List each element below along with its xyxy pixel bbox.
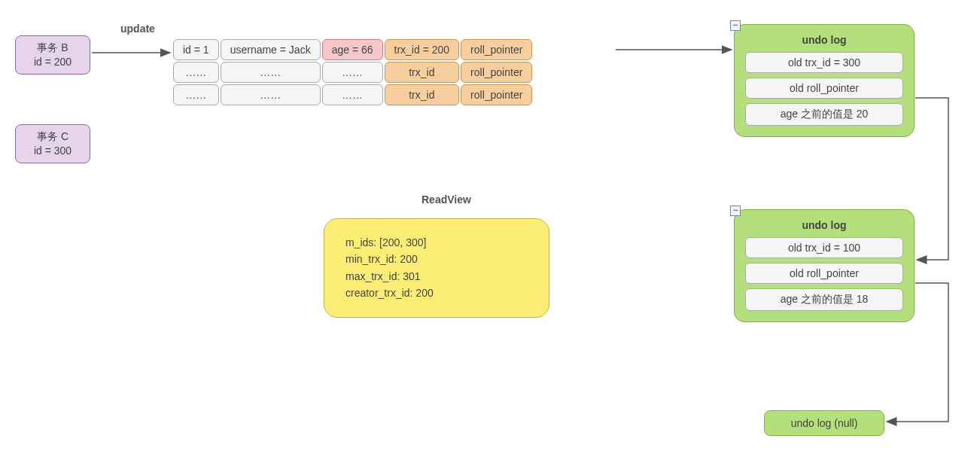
cell-roll-ptr: roll_pointer xyxy=(461,39,532,60)
cell-age: age = 66 xyxy=(322,39,383,60)
undo-log-box-1: − undo log old trx_id = 300 old roll_poi… xyxy=(734,24,915,137)
readview-m-ids: m_ids: [200, 300] xyxy=(345,234,528,251)
cell-trx-id: trx_id = 200 xyxy=(385,39,460,60)
cell-username: username = Jack xyxy=(221,39,321,60)
collapse-icon[interactable]: − xyxy=(730,20,741,31)
table-row: …… …… …… trx_id roll_pointer xyxy=(173,84,532,105)
undo-log-null: undo log (null) xyxy=(764,410,884,436)
undo-old-trx-id: old trx_id = 300 xyxy=(745,52,903,73)
update-label: update xyxy=(120,23,155,35)
table-row: …… …… …… trx_id roll_pointer xyxy=(173,62,532,83)
data-rows-table: id = 1 username = Jack age = 66 trx_id =… xyxy=(172,38,534,107)
readview-creator-trx: creator_trx_id: 200 xyxy=(345,285,528,301)
transaction-b-name: 事务 B xyxy=(23,41,82,55)
undo-age-prev: age 之前的值是 18 xyxy=(745,288,903,311)
cell-roll-ptr: roll_pointer xyxy=(461,62,532,83)
transaction-c-name: 事务 C xyxy=(23,129,82,144)
cell-trx-id: trx_id xyxy=(385,84,460,105)
transaction-c-box: 事务 C id = 300 xyxy=(15,124,90,163)
collapse-icon[interactable]: − xyxy=(730,206,741,216)
undo-old-trx-id: old trx_id = 100 xyxy=(745,237,903,258)
undo-old-roll-ptr: old roll_pointer xyxy=(745,78,903,99)
cell-id: …… xyxy=(173,84,219,105)
cell-username: …… xyxy=(221,84,321,105)
readview-box: m_ids: [200, 300] min_trx_id: 200 max_tr… xyxy=(324,218,549,318)
cell-id: id = 1 xyxy=(173,39,219,60)
readview-max-trx-id: max_trx_id: 301 xyxy=(345,268,528,285)
undo-log-title: undo log xyxy=(745,34,903,46)
undo-age-prev: age 之前的值是 20 xyxy=(745,103,903,126)
transaction-b-id: id = 200 xyxy=(23,55,82,69)
arrow-undo1-to-undo2 xyxy=(915,98,948,260)
cell-roll-ptr: roll_pointer xyxy=(461,84,532,105)
readview-min-trx-id: min_trx_id: 200 xyxy=(345,251,528,267)
table-row: id = 1 username = Jack age = 66 trx_id =… xyxy=(173,39,532,60)
undo-log-box-2: − undo log old trx_id = 100 old roll_poi… xyxy=(734,209,915,322)
undo-log-title: undo log xyxy=(745,219,903,231)
undo-old-roll-ptr: old roll_pointer xyxy=(745,263,903,284)
readview-title: ReadView xyxy=(422,193,471,206)
cell-username: …… xyxy=(221,62,321,83)
transaction-b-box: 事务 B id = 200 xyxy=(15,35,90,75)
cell-trx-id: trx_id xyxy=(385,62,460,83)
cell-age: …… xyxy=(322,62,383,83)
cell-id: …… xyxy=(173,62,219,83)
transaction-c-id: id = 300 xyxy=(23,144,82,158)
cell-age: …… xyxy=(322,84,383,105)
